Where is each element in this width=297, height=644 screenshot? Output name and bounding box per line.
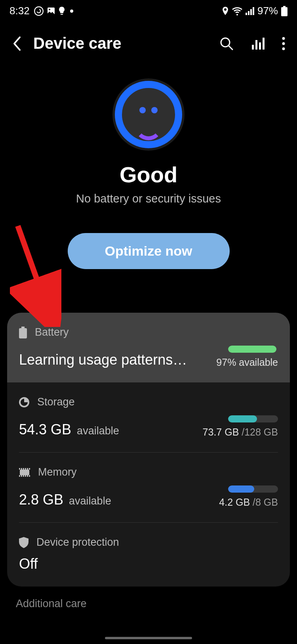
memory-label: Memory xyxy=(38,466,77,478)
device-protection-label: Device protection xyxy=(36,536,119,548)
more-icon[interactable] xyxy=(282,37,285,50)
battery-status-text: Learning usage patterns… xyxy=(19,352,187,368)
svg-rect-18 xyxy=(21,327,25,328)
battery-row[interactable]: Battery Learning usage patterns… 97% ava… xyxy=(7,313,290,382)
battery-available: 97% available xyxy=(216,357,278,368)
device-status-sub: No battery or security issues xyxy=(76,192,221,205)
svg-rect-21 xyxy=(19,468,20,470)
page-title: Device care xyxy=(33,34,208,52)
storage-value: 54.3 GB available xyxy=(19,421,119,438)
storage-bar xyxy=(228,415,278,422)
svg-rect-7 xyxy=(283,6,286,7)
battery-bar xyxy=(228,346,278,353)
svg-rect-30 xyxy=(25,475,26,477)
optimize-button[interactable]: Optimize now xyxy=(68,233,230,269)
svg-rect-22 xyxy=(21,468,22,470)
svg-point-0 xyxy=(34,7,43,15)
svg-rect-14 xyxy=(263,38,265,50)
svg-rect-23 xyxy=(23,468,24,470)
svg-rect-28 xyxy=(21,475,22,477)
status-battery-percent: 97% xyxy=(257,5,278,17)
memory-row[interactable]: Memory 2.8 GB available 4.2 GB /8 GB xyxy=(7,453,290,522)
memory-usage: 4.2 GB /8 GB xyxy=(219,497,278,508)
storage-label: Storage xyxy=(37,396,75,408)
battery-icon xyxy=(281,6,287,16)
storage-row-icon xyxy=(19,397,29,407)
nav-indicator xyxy=(105,637,192,639)
svg-rect-8 xyxy=(281,7,287,16)
device-care-list: Battery Learning usage patterns… 97% ava… xyxy=(7,313,290,587)
device-status: Good xyxy=(120,162,177,187)
svg-rect-24 xyxy=(25,468,26,470)
signal-icon xyxy=(246,7,254,15)
svg-rect-25 xyxy=(27,468,28,470)
svg-rect-11 xyxy=(252,45,254,50)
app-header: Device care xyxy=(0,20,297,67)
status-left-icons xyxy=(34,6,73,16)
memory-row-icon xyxy=(19,468,30,477)
svg-rect-4 xyxy=(248,11,249,15)
svg-line-10 xyxy=(229,46,232,50)
svg-rect-31 xyxy=(27,475,28,477)
storage-row[interactable]: Storage 54.3 GB available 73.7 GB /128 G… xyxy=(7,382,290,452)
battery-label: Battery xyxy=(35,326,69,338)
svg-rect-6 xyxy=(253,7,254,15)
whatsapp-icon xyxy=(34,6,44,16)
memory-bar xyxy=(228,485,278,493)
hero-section: Good No battery or security issues Optim… xyxy=(0,67,297,281)
status-time: 8:32 xyxy=(10,5,30,17)
svg-point-16 xyxy=(282,42,285,45)
storage-usage: 73.7 GB /128 GB xyxy=(203,426,278,438)
svg-rect-19 xyxy=(19,328,27,338)
additional-care-title: Additional care xyxy=(0,587,297,610)
svg-point-2 xyxy=(49,9,50,10)
svg-rect-20 xyxy=(20,470,29,475)
battery-row-icon xyxy=(19,327,27,338)
status-bar: 8:32 97% xyxy=(0,0,297,20)
svg-rect-3 xyxy=(246,13,247,15)
device-protection-status: Off xyxy=(19,556,38,572)
svg-rect-5 xyxy=(250,9,252,15)
status-smiley-icon xyxy=(115,81,182,148)
svg-point-9 xyxy=(221,38,230,47)
chart-icon[interactable] xyxy=(251,37,265,50)
svg-rect-32 xyxy=(29,475,30,477)
wifi-icon xyxy=(232,7,242,15)
svg-rect-13 xyxy=(259,42,261,50)
lightbulb-icon xyxy=(58,6,65,16)
svg-point-15 xyxy=(282,37,285,40)
svg-rect-27 xyxy=(19,475,20,477)
shield-icon xyxy=(19,537,29,548)
svg-point-17 xyxy=(282,47,285,50)
location-icon xyxy=(222,7,229,15)
svg-rect-29 xyxy=(23,475,24,477)
search-icon[interactable] xyxy=(219,36,234,51)
picture-icon xyxy=(46,6,56,16)
memory-value: 2.8 GB available xyxy=(19,491,111,508)
dot-icon xyxy=(70,10,73,13)
back-icon[interactable] xyxy=(12,36,22,52)
device-protection-row[interactable]: Device protection Off xyxy=(7,523,290,587)
svg-rect-26 xyxy=(29,468,30,470)
svg-rect-12 xyxy=(255,40,257,50)
